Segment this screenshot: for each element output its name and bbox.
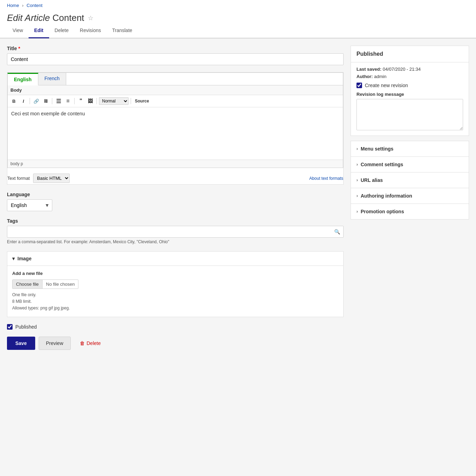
file-hints: One file only. 8 MB limit. Allowed types…: [12, 292, 338, 312]
status-card-header: Published: [351, 46, 469, 62]
link-btn[interactable]: 🔗: [32, 97, 40, 105]
preview-button[interactable]: Preview: [39, 337, 71, 350]
accordion-chevron-menu: ›: [356, 146, 358, 151]
blockquote-btn[interactable]: ": [77, 97, 85, 105]
published-checkbox[interactable]: [7, 324, 13, 330]
published-label[interactable]: Published: [15, 324, 37, 330]
unlink-btn[interactable]: ⛓: [41, 97, 50, 105]
italic-btn[interactable]: I: [19, 97, 28, 105]
toolbar-sep3: [74, 98, 75, 104]
tab-edit[interactable]: Edit: [29, 23, 49, 38]
published-checkbox-row: Published: [7, 324, 344, 330]
tags-input[interactable]: [7, 226, 344, 238]
file-input-label[interactable]: Choose file No file chosen: [12, 279, 78, 289]
bold-btn[interactable]: B: [10, 97, 18, 105]
breadcrumb-home[interactable]: Home: [7, 3, 19, 8]
author-row: Author: admin: [356, 74, 463, 79]
tags-label: Tags: [7, 218, 344, 224]
image-btn[interactable]: 🖼: [86, 97, 94, 105]
language-tab-bar: English French: [7, 72, 343, 85]
accordion-authoring: › Authoring information: [351, 188, 469, 204]
revision-log-textarea[interactable]: [356, 99, 463, 130]
tags-field: Tags 🔍 Enter a comma-separated list. For…: [7, 218, 344, 244]
format-select[interactable]: Normal Heading 1 Heading 2 Heading 3: [99, 97, 129, 105]
language-label: Language: [7, 192, 344, 197]
toolbar-sep1: [30, 98, 30, 104]
page-title: Edit Article Content: [7, 13, 84, 23]
accordion-chevron-promotion: ›: [356, 209, 358, 214]
title-label: Title: [7, 46, 17, 51]
language-select[interactable]: English French Spanish German: [7, 199, 52, 211]
accordion-chevron-comment: ›: [356, 162, 358, 167]
toolbar-sep2: [52, 98, 52, 104]
status-card: Published Last saved: 04/07/2020 - 21:34…: [351, 46, 469, 136]
accordion-promotion-header[interactable]: › Promotion options: [351, 204, 469, 219]
editor-content-area[interactable]: Ceci est mon exemple de contenu: [8, 107, 343, 160]
main-tabs: View Edit Delete Revisions Translate: [0, 23, 476, 38]
delete-icon: 🗑: [80, 340, 85, 346]
about-formats-link[interactable]: About text formats: [309, 176, 343, 181]
breadcrumb-sep1: ›: [22, 3, 23, 8]
sidebar: Published Last saved: 04/07/2020 - 21:34…: [351, 46, 469, 350]
editor-toolbar: B I 🔗 ⛓ ☰ ≡ " 🖼 Normal Heading 1 Head: [8, 95, 343, 107]
tags-hint: Enter a comma-separated list. For exampl…: [7, 239, 344, 244]
language-select-wrapper: English French Spanish German ▼: [7, 199, 52, 211]
title-field: Title *: [7, 46, 344, 65]
ul-btn[interactable]: ☰: [54, 97, 63, 105]
action-buttons: Save Preview 🗑 Delete: [7, 337, 344, 350]
search-icon: 🔍: [334, 229, 340, 235]
title-input[interactable]: [7, 53, 344, 65]
accordion-chevron-authoring: ›: [356, 193, 358, 198]
accordion-url-alias: › URL alias: [351, 172, 469, 188]
revision-log-label: Revision log message: [356, 92, 463, 97]
lang-tab-french[interactable]: French: [38, 73, 67, 85]
language-field: Language English French Spanish German ▼: [7, 192, 344, 211]
accordion-url-alias-header[interactable]: › URL alias: [351, 172, 469, 188]
text-format-select[interactable]: Basic HTML Full HTML Plain text: [33, 174, 70, 183]
accordion: › Menu settings › Comment settings › URL…: [351, 141, 469, 220]
status-card-body: Last saved: 04/07/2020 - 21:34 Author: a…: [351, 62, 469, 136]
accordion-authoring-header[interactable]: › Authoring information: [351, 188, 469, 204]
breadcrumb: Home › Content: [0, 0, 476, 11]
file-input-row: Choose file No file chosen: [12, 279, 338, 289]
file-hint-2: 8 MB limit.: [12, 298, 338, 305]
body-label: Body: [8, 85, 343, 95]
save-button[interactable]: Save: [7, 337, 35, 350]
image-section-body: Add a new file Choose file No file chose…: [7, 266, 343, 317]
create-revision-checkbox[interactable]: [356, 83, 362, 88]
breadcrumb-content[interactable]: Content: [26, 3, 43, 8]
accordion-comment-settings-header[interactable]: › Comment settings: [351, 157, 469, 172]
tab-delete[interactable]: Delete: [49, 23, 74, 38]
create-revision-label[interactable]: Create new revision: [365, 83, 408, 88]
star-icon[interactable]: ☆: [88, 14, 93, 22]
accordion-promotion: › Promotion options: [351, 204, 469, 220]
editor-footer: body p: [8, 160, 343, 168]
accordion-chevron-url: ›: [356, 178, 358, 183]
body-section: English French Body B I 🔗 ⛓ ☰ ≡ " 🖼: [7, 72, 344, 185]
no-file-text: No file chosen: [43, 280, 78, 289]
add-file-label: Add a new file: [12, 271, 338, 276]
image-section: ▾ Image Add a new file Choose file No fi…: [7, 251, 344, 317]
accordion-menu-settings: › Menu settings: [351, 141, 469, 157]
source-btn[interactable]: Source: [133, 97, 151, 105]
ol-btn[interactable]: ≡: [64, 97, 72, 105]
accordion-menu-settings-header[interactable]: › Menu settings: [351, 141, 469, 156]
text-format-label: Text format: [7, 176, 30, 181]
accordion-comment-settings: › Comment settings: [351, 156, 469, 172]
create-revision-row: Create new revision: [356, 83, 463, 88]
image-section-label: Image: [17, 256, 31, 261]
body-editor: Body B I 🔗 ⛓ ☰ ≡ " 🖼 Normal He: [7, 85, 343, 168]
lang-tab-english[interactable]: English: [8, 73, 38, 85]
tags-input-wrapper: 🔍: [7, 226, 344, 238]
last-saved-row: Last saved: 04/07/2020 - 21:34: [356, 67, 463, 72]
image-section-header[interactable]: ▾ Image: [7, 252, 343, 266]
file-hint-3: Allowed types: png gif jpg jpeg.: [12, 305, 338, 312]
tab-revisions[interactable]: Revisions: [74, 23, 107, 38]
choose-file-btn[interactable]: Choose file: [13, 280, 43, 289]
image-collapse-icon: ▾: [12, 256, 15, 261]
tab-translate[interactable]: Translate: [107, 23, 138, 38]
tab-view[interactable]: View: [7, 23, 29, 38]
delete-button[interactable]: 🗑 Delete: [74, 337, 106, 350]
toolbar-sep5: [131, 98, 131, 104]
file-hint-1: One file only.: [12, 292, 338, 298]
